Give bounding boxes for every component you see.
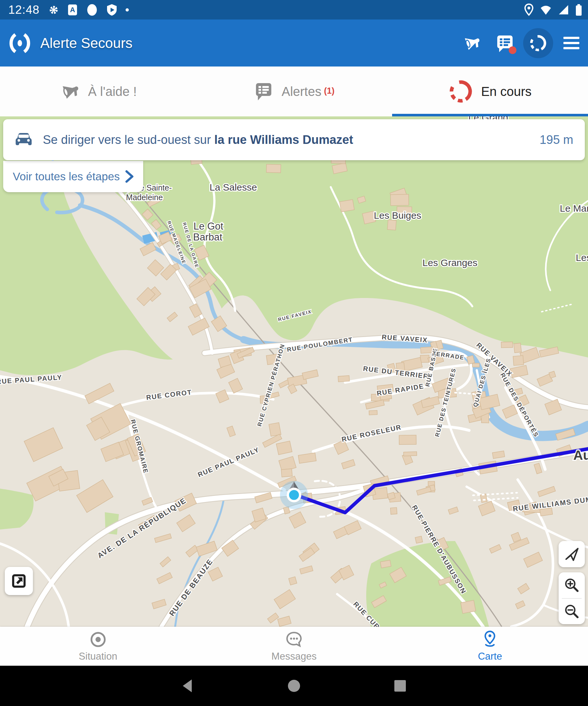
menu-button[interactable] (555, 24, 588, 62)
android-back-button[interactable] (180, 677, 196, 694)
open-in-new-icon (9, 572, 29, 591)
place-label: Madeleine (126, 193, 163, 202)
tab-alertes[interactable]: Alertes(1) (196, 67, 392, 116)
building (339, 199, 354, 212)
zoom-out-button[interactable] (558, 598, 585, 624)
bottom-navigation: Situation Messages Carte (0, 627, 588, 666)
status-bar: 12:48 A (0, 0, 588, 19)
building (421, 347, 433, 353)
bottom-nav-carte[interactable]: Carte (392, 627, 588, 666)
map[interactable]: RUE PAUL PAULYRUE PAUL PAULYRUE COROTRUE… (0, 116, 588, 627)
bottom-nav-situation[interactable]: Situation (0, 627, 196, 666)
app-title: Alerte Secours (40, 35, 133, 51)
in-progress-spinner-button[interactable] (521, 24, 555, 62)
place-label: Les Buiges (374, 210, 421, 221)
place-label: Le Got (193, 221, 223, 232)
in-progress-spinner-icon (448, 79, 473, 104)
svg-text:A: A (70, 6, 75, 14)
place-label: La Salesse (210, 182, 257, 193)
tab-en-cours[interactable]: En cours (392, 67, 588, 116)
shield-play-icon (107, 4, 117, 16)
tab-label: Alertes (282, 84, 322, 99)
building (472, 363, 479, 367)
building (415, 536, 423, 544)
instruction-street: la rue Williams Dumazet (214, 133, 353, 147)
building (266, 164, 281, 173)
app-screen: 12:48 A (0, 0, 588, 706)
steps-link-label: Voir toutes les étapes (13, 170, 120, 183)
announce-button[interactable] (455, 24, 488, 62)
building (387, 220, 396, 230)
map-pin-icon (480, 630, 499, 649)
messages-button[interactable] (488, 24, 521, 62)
all-steps-link[interactable]: Voir toutes les étapes (3, 161, 143, 192)
zoom-in-button[interactable] (558, 572, 585, 598)
bottom-nav-label: Messages (271, 651, 317, 662)
distance-value: 195 m (539, 133, 573, 147)
user-location-puck (280, 481, 308, 509)
alerte-secours-logo-icon (8, 33, 31, 54)
place-label: Les Granges (422, 258, 477, 268)
instruction-text: Se diriger vers le sud-ouest sur la rue … (43, 133, 353, 147)
app-bar: Alerte Secours (0, 19, 588, 67)
situation-icon (89, 630, 108, 649)
android-home-button[interactable] (286, 677, 302, 694)
map-canvas: RUE PAUL PAULYRUE PAUL PAULYRUE COROTRUE… (0, 116, 588, 627)
building (513, 343, 521, 353)
gear-icon (48, 4, 59, 16)
building (404, 452, 417, 456)
zoom-in-icon (563, 576, 581, 594)
building (461, 600, 476, 613)
building (338, 376, 349, 382)
tab-a-laide[interactable]: À l'aide ! (0, 67, 196, 116)
zoom-out-icon (563, 602, 581, 620)
tab-label: À l'aide ! (88, 84, 137, 99)
progress-spinner-icon (528, 33, 548, 53)
chevron-right-icon (125, 169, 134, 184)
building (390, 507, 397, 514)
place-label: Barbat (193, 232, 222, 243)
place-label: Les (576, 252, 588, 263)
navigation-arrow-icon (563, 545, 581, 563)
alert-count-badge: (1) (324, 86, 335, 95)
unread-badge (509, 46, 516, 54)
signal-icon (558, 4, 570, 16)
place-label: Au (573, 448, 588, 463)
android-navigation-bar (0, 666, 588, 706)
building (513, 356, 523, 365)
clock: 12:48 (8, 3, 40, 16)
megaphone-icon (59, 81, 81, 102)
recenter-compass-button[interactable] (558, 541, 585, 567)
zoom-controls (558, 572, 585, 624)
building (390, 194, 409, 206)
megaphone-icon (462, 33, 481, 53)
building (501, 342, 513, 348)
building (399, 435, 416, 444)
messages-icon (285, 630, 303, 649)
bottom-nav-label: Situation (79, 651, 117, 662)
status-dot-icon (125, 8, 129, 12)
hamburger-icon (563, 36, 580, 50)
wifi-icon (539, 4, 552, 16)
place-label: Le Marc (560, 203, 588, 213)
building (281, 469, 292, 477)
navigation-instruction-card: Se diriger vers le sud-ouest sur la rue … (3, 119, 585, 160)
car-icon (15, 132, 33, 148)
location-status-icon (524, 3, 534, 16)
auto-app-icon: A (68, 4, 77, 16)
tab-bar: À l'aide ! Alertes(1) En cours (0, 67, 588, 116)
android-recents-button[interactable] (392, 677, 408, 694)
building (369, 410, 377, 415)
instruction-prefix: Se diriger vers le sud-ouest sur (43, 133, 214, 147)
bottom-nav-label: Carte (478, 651, 502, 662)
tab-label: En cours (481, 84, 532, 99)
active-tab-underline (392, 114, 588, 116)
open-external-map-button[interactable] (5, 567, 33, 595)
notification-dot-icon (86, 3, 98, 16)
alerts-list-icon (253, 81, 274, 102)
bottom-nav-messages[interactable]: Messages (196, 627, 392, 666)
battery-icon (575, 3, 582, 16)
